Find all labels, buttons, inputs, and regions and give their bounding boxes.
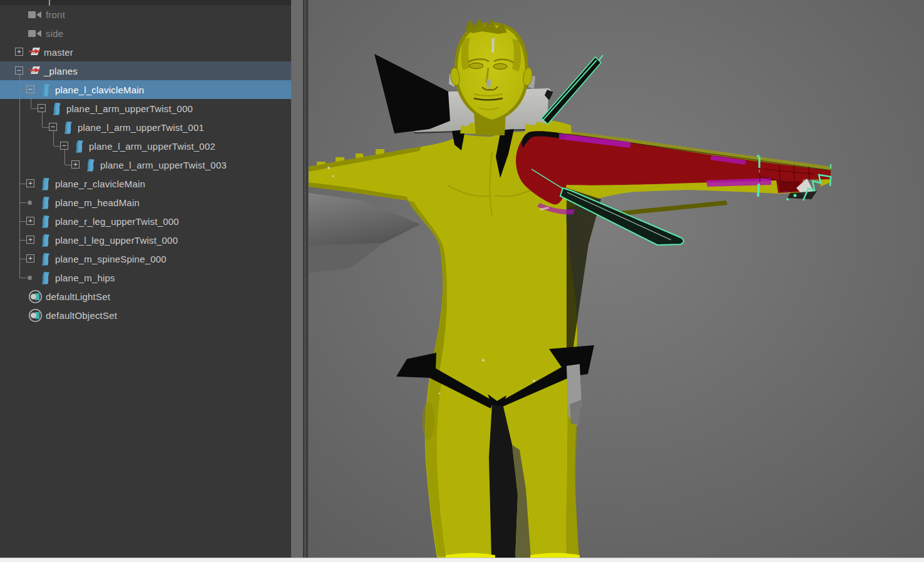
maya-window: frontside+master−_planes−plane_l_clavicl… <box>0 0 924 562</box>
outliner-item-plane_l_leg_upperTwist_000[interactable]: +plane_l_leg_upperTwist_000 <box>0 231 291 249</box>
outliner-item-_planes[interactable]: −_planes <box>0 61 291 80</box>
transform-group-icon <box>28 65 42 76</box>
tree-connector <box>20 259 26 259</box>
viewport-3d[interactable] <box>309 0 924 558</box>
object-set-icon <box>28 308 43 323</box>
outliner-item-side[interactable]: side <box>0 24 291 43</box>
tree-connector <box>19 155 20 174</box>
panel-splitter[interactable] <box>303 0 309 558</box>
tree-connector <box>54 146 60 147</box>
nurbs-plane-icon-wrap <box>39 215 51 231</box>
nurbs-plane-icon <box>39 252 51 266</box>
tree-connector <box>31 99 31 108</box>
tree-connector <box>43 127 49 128</box>
tree-connector <box>42 112 43 118</box>
outliner-item-label: plane_l_arm_upperTwist_002 <box>89 141 215 152</box>
tree-connector <box>20 202 26 203</box>
tree-connector <box>65 165 71 165</box>
outliner-item-plane_m_headMain[interactable]: plane_m_headMain <box>0 193 291 212</box>
nurbs-plane-icon <box>51 102 63 115</box>
nurbs-plane-icon <box>39 177 51 190</box>
outliner-item-label: plane_r_leg_upperTwist_000 <box>55 216 179 227</box>
expander-toggle-expanded[interactable]: − <box>15 66 23 75</box>
tree-connector <box>19 268 20 278</box>
expander-toggle-expanded[interactable]: − <box>60 142 68 150</box>
expander-toggle-expanded[interactable]: − <box>49 123 57 131</box>
camera-icon <box>28 29 43 38</box>
leaf-node-dot <box>28 276 32 280</box>
outliner-item-label: plane_m_headMain <box>55 197 140 208</box>
outliner-item-label: side <box>46 28 63 39</box>
set-icon-wrap <box>28 289 43 306</box>
nurbs-plane-icon <box>62 121 74 134</box>
camera-icon <box>28 10 43 19</box>
outliner-clipped-row <box>0 0 291 5</box>
outliner-item-plane_m_hips[interactable]: plane_m_hips <box>0 268 291 287</box>
outliner-item-label: plane_m_hips <box>55 273 115 283</box>
tree-connector <box>53 137 54 146</box>
expander-toggle-collapsed[interactable]: + <box>26 254 34 263</box>
nurbs-plane-icon <box>39 271 51 284</box>
leaf-node-dot <box>28 200 32 205</box>
outliner-item-label: plane_r_clavicleMain <box>55 179 145 189</box>
expander-toggle-expanded[interactable]: − <box>26 85 34 93</box>
outliner-item-plane_l_arm_upperTwist_002[interactable]: −plane_l_arm_upperTwist_002 <box>0 137 291 155</box>
outliner-item-label: plane_m_spineSpine_000 <box>55 254 167 264</box>
outliner-item-label: front <box>46 9 65 20</box>
outliner-item-plane_l_clavicleMain[interactable]: −plane_l_clavicleMain <box>0 80 291 99</box>
outliner-scrollbar[interactable] <box>291 0 303 558</box>
tree-connector <box>42 118 43 127</box>
outliner-item-plane_l_arm_upperTwist_001[interactable]: −plane_l_arm_upperTwist_001 <box>0 118 291 137</box>
tree-connector <box>20 90 26 90</box>
outliner-item-plane_l_arm_upperTwist_003[interactable]: +plane_l_arm_upperTwist_003 <box>0 155 291 174</box>
tree-connector <box>31 93 31 99</box>
nurbs-plane-icon <box>39 234 51 247</box>
outliner-item-label: master <box>44 47 73 58</box>
outliner-item-label: defaultObjectSet <box>46 310 117 321</box>
transform-icon-wrap <box>28 65 42 78</box>
expander-toggle-expanded[interactable]: − <box>38 104 46 112</box>
tree-connector <box>19 118 20 137</box>
tree-connector <box>19 99 20 118</box>
nurbs-plane-icon <box>39 83 51 96</box>
tree-connector <box>31 108 38 109</box>
nurbs-plane-icon-wrap <box>51 102 63 118</box>
bottom-bar <box>0 558 924 562</box>
nurbs-plane-icon-wrap <box>39 83 51 99</box>
nurbs-plane-icon <box>85 159 96 172</box>
outliner-item-label: plane_l_leg_upperTwist_000 <box>55 235 178 246</box>
outliner-item-plane_l_arm_upperTwist_000[interactable]: −plane_l_arm_upperTwist_000 <box>0 99 291 118</box>
camera-icon-wrap <box>28 29 43 41</box>
outliner-item-plane_r_leg_upperTwist_000[interactable]: +plane_r_leg_upperTwist_000 <box>0 212 291 231</box>
nurbs-plane-icon-wrap <box>39 234 51 249</box>
nurbs-plane-icon-wrap <box>73 140 85 155</box>
expander-toggle-collapsed[interactable]: + <box>15 48 23 56</box>
nurbs-plane-icon <box>39 196 51 209</box>
nurbs-plane-icon <box>39 215 51 228</box>
nurbs-plane-icon-wrap <box>62 121 74 137</box>
outliner-item-label: _planes <box>44 66 78 76</box>
outliner-item-label: defaultLightSet <box>46 291 110 302</box>
camera-icon-wrap <box>28 10 43 22</box>
outliner-item-plane_r_clavicleMain[interactable]: +plane_r_clavicleMain <box>0 174 291 193</box>
outliner-item-defaultLightSet[interactable]: defaultLightSet <box>0 287 291 306</box>
outliner-item-defaultObjectSet[interactable]: defaultObjectSet <box>0 306 291 325</box>
nurbs-plane-icon-wrap <box>39 177 51 193</box>
transform-icon-wrap <box>28 46 42 60</box>
outliner-item-front[interactable]: front <box>0 5 291 24</box>
expander-toggle-collapsed[interactable]: + <box>26 217 34 225</box>
outliner-panel[interactable]: frontside+master−_planes−plane_l_clavicl… <box>0 0 291 558</box>
tree-connector <box>19 75 20 80</box>
nurbs-plane-icon-wrap <box>39 271 51 287</box>
tree-connector <box>64 150 65 155</box>
expander-toggle-collapsed[interactable]: + <box>26 236 34 244</box>
tree-connector <box>20 221 26 222</box>
outliner-item-master[interactable]: +master <box>0 43 291 61</box>
expander-toggle-collapsed[interactable]: + <box>71 160 80 169</box>
tree-connector <box>19 137 20 155</box>
outliner-item-plane_m_spineSpine_000[interactable]: +plane_m_spineSpine_000 <box>0 249 291 268</box>
tree-connector <box>20 184 26 184</box>
outliner-item-label: plane_l_arm_upperTwist_001 <box>78 122 204 133</box>
tree-connector <box>20 240 26 241</box>
expander-toggle-collapsed[interactable]: + <box>26 179 34 187</box>
